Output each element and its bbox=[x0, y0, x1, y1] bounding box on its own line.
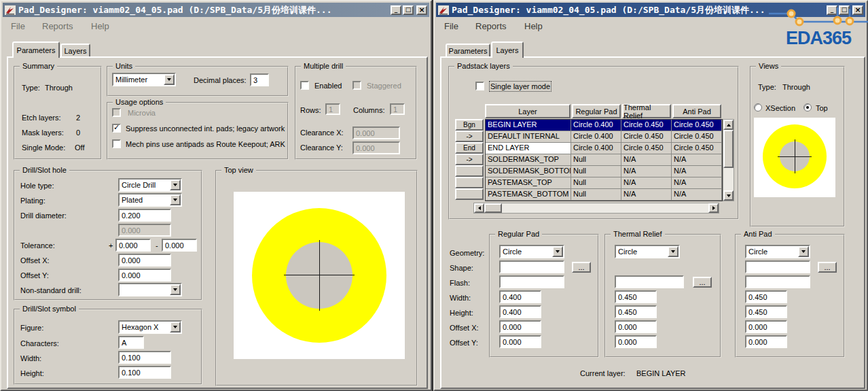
thermal-offset-x-input[interactable] bbox=[615, 320, 657, 333]
regular-height-input[interactable] bbox=[499, 305, 541, 318]
cell-regular[interactable]: Null bbox=[571, 166, 621, 177]
cell-anti[interactable]: N/A bbox=[672, 177, 722, 189]
column-header-anti-pad[interactable]: Anti Pad bbox=[672, 104, 721, 118]
cell-name[interactable]: PASTEMASK_TOP bbox=[486, 177, 571, 189]
padstack-row[interactable]: BEGIN LAYERCircle 0.400Circle 0.450Circl… bbox=[486, 120, 722, 131]
plating-select[interactable]: Plated bbox=[118, 193, 182, 207]
minimize-button[interactable]: _ bbox=[391, 5, 401, 15]
anti-offset-x-input[interactable] bbox=[745, 320, 787, 333]
plating-dropdown-button[interactable] bbox=[170, 194, 181, 205]
minimize-button[interactable]: _ bbox=[827, 5, 837, 15]
padstack-row[interactable]: END LAYERCircle 0.400Circle 0.450Circle … bbox=[486, 143, 722, 154]
padstack-row[interactable]: PASTEMASK_BOTTOMNullN/AN/A bbox=[486, 189, 722, 201]
single-layer-mode-checkbox[interactable] bbox=[475, 82, 484, 90]
cell-regular[interactable]: Circle 0.400 bbox=[571, 143, 621, 154]
anti-shape-input[interactable] bbox=[745, 260, 810, 273]
cell-regular[interactable]: Circle 0.400 bbox=[571, 131, 621, 143]
cell-name[interactable]: DEFAULT INTERNAL bbox=[486, 131, 571, 143]
scroll-down-button[interactable] bbox=[723, 190, 734, 201]
title-bar[interactable]: Pad_Designer: viamm02_04_05.pad (D:/SPB_… bbox=[436, 3, 865, 17]
cell-anti[interactable]: N/A bbox=[672, 154, 722, 166]
cell-name[interactable]: PASTEMASK_BOTTOM bbox=[486, 189, 571, 201]
menu-reports[interactable]: Reports bbox=[42, 21, 73, 31]
horizontal-scroll-thumb[interactable] bbox=[484, 203, 502, 213]
layer-row-button[interactable] bbox=[455, 188, 484, 200]
padstack-row[interactable]: SOLDERMASK_BOTTOMNullN/AN/A bbox=[486, 166, 722, 177]
column-header-thermal-relief[interactable]: Thermal Relief bbox=[622, 104, 671, 118]
regular-offset-x-input[interactable] bbox=[499, 320, 541, 333]
non-standard-dropdown-button[interactable] bbox=[170, 284, 181, 295]
enabled-checkbox[interactable] bbox=[300, 81, 309, 90]
anti-width-input[interactable] bbox=[745, 290, 787, 303]
maximize-button[interactable]: □ bbox=[839, 5, 850, 15]
cell-name[interactable]: BEGIN LAYER bbox=[486, 120, 571, 131]
menu-reports[interactable]: Reports bbox=[475, 21, 507, 31]
table-horizontal-scrollbar[interactable] bbox=[473, 203, 719, 214]
layer-row-button[interactable]: Bgn bbox=[455, 119, 484, 131]
cell-thermal[interactable]: Circle 0.450 bbox=[621, 143, 672, 154]
anti-height-input[interactable] bbox=[745, 305, 787, 318]
padstack-row[interactable]: DEFAULT INTERNALCircle 0.400Circle 0.450… bbox=[486, 131, 722, 143]
drill-diameter-input[interactable] bbox=[118, 209, 171, 222]
anti-offset-y-input[interactable] bbox=[745, 335, 787, 348]
thermal-height-input[interactable] bbox=[615, 305, 657, 318]
cell-thermal[interactable]: N/A bbox=[621, 166, 672, 177]
anti-geometry-select[interactable]: Circle bbox=[745, 245, 810, 258]
anti-geometry-dropdown-button[interactable] bbox=[798, 246, 809, 257]
cell-thermal[interactable]: Circle 0.450 bbox=[621, 120, 672, 131]
hole-type-select[interactable]: Circle Drill bbox=[118, 178, 182, 192]
cell-regular[interactable]: Null bbox=[571, 189, 621, 201]
offset-x-input[interactable] bbox=[118, 254, 171, 267]
units-dropdown-button[interactable] bbox=[164, 74, 175, 85]
tab-parameters[interactable]: Parameters bbox=[446, 44, 490, 56]
regular-geometry-select[interactable]: Circle bbox=[499, 245, 564, 258]
cell-thermal[interactable]: N/A bbox=[621, 177, 672, 189]
cell-name[interactable]: END LAYER bbox=[486, 143, 571, 154]
thermal-geometry-dropdown-button[interactable] bbox=[668, 246, 679, 257]
symbol-width-input[interactable] bbox=[118, 351, 171, 364]
layer-row-button[interactable] bbox=[455, 177, 484, 188]
units-select[interactable]: Millimeter bbox=[112, 73, 176, 86]
figure-dropdown-button[interactable] bbox=[170, 322, 181, 333]
cell-thermal[interactable]: N/A bbox=[621, 154, 672, 166]
tab-parameters[interactable]: Parameters bbox=[12, 41, 60, 58]
tab-layers[interactable]: Layers bbox=[60, 44, 90, 56]
layer-row-button[interactable]: -> bbox=[455, 131, 484, 142]
cell-anti[interactable]: Circle 0.450 bbox=[672, 143, 722, 154]
close-button[interactable]: × bbox=[416, 5, 427, 15]
decimal-places-input[interactable] bbox=[250, 73, 269, 86]
layer-row-button[interactable]: -> bbox=[455, 154, 484, 165]
thermal-width-input[interactable] bbox=[615, 290, 657, 303]
regular-flash-input[interactable] bbox=[499, 275, 564, 288]
layer-row-button[interactable]: End bbox=[455, 142, 484, 154]
cell-anti[interactable]: Circle 0.450 bbox=[672, 120, 722, 131]
table-vertical-scrollbar[interactable] bbox=[723, 119, 734, 201]
scroll-left-button[interactable] bbox=[474, 203, 484, 213]
hole-type-dropdown-button[interactable] bbox=[170, 180, 181, 190]
thermal-offset-y-input[interactable] bbox=[615, 335, 657, 348]
mech-pins-checkbox[interactable] bbox=[112, 139, 121, 148]
cell-anti[interactable]: N/A bbox=[672, 166, 722, 177]
regular-width-input[interactable] bbox=[499, 290, 541, 303]
column-header-regular-pad[interactable]: Regular Pad bbox=[572, 104, 621, 118]
scroll-up-button[interactable] bbox=[723, 120, 734, 130]
close-button[interactable]: × bbox=[852, 5, 863, 15]
cell-thermal[interactable]: N/A bbox=[621, 189, 672, 201]
regular-shape-input[interactable] bbox=[499, 260, 564, 273]
top-radio[interactable] bbox=[803, 103, 812, 112]
tolerance-minus-input[interactable] bbox=[162, 239, 197, 252]
cell-anti[interactable]: N/A bbox=[672, 189, 722, 201]
cell-regular[interactable]: Null bbox=[571, 154, 621, 166]
cell-name[interactable]: SOLDERMASK_BOTTOM bbox=[486, 166, 571, 177]
padstack-row[interactable]: SOLDERMASK_TOPNullN/AN/A bbox=[486, 154, 722, 166]
tab-layers[interactable]: Layers bbox=[491, 41, 524, 58]
regular-shape-browse-button[interactable]: ... bbox=[572, 262, 591, 273]
menu-file[interactable]: File bbox=[444, 21, 458, 31]
scroll-right-button[interactable] bbox=[708, 203, 719, 213]
offset-y-input[interactable] bbox=[118, 269, 171, 282]
cell-thermal[interactable]: Circle 0.450 bbox=[621, 131, 672, 143]
symbol-height-input[interactable] bbox=[118, 366, 171, 379]
xsection-radio[interactable] bbox=[754, 103, 762, 112]
layer-row-button[interactable] bbox=[455, 165, 484, 177]
menu-help[interactable]: Help bbox=[91, 21, 109, 31]
